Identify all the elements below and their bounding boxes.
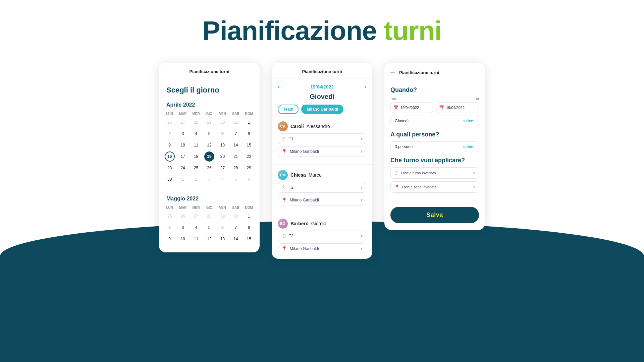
cal-day-selected[interactable]: 19 [204,152,214,162]
sede-select[interactable]: 📍 Lascia sede invariata ▾ [390,181,479,193]
location-icon-2: 📍 [281,197,287,203]
prev-arrow-icon[interactable]: ‹ [278,83,280,90]
cal-day[interactable]: 4 [191,129,201,139]
cal-day[interactable]: 10 [178,140,188,150]
cal-day[interactable]: 23 [165,163,175,173]
filter-location[interactable]: Milano Garibaldi [301,105,343,114]
cal-day[interactable]: 26 [165,117,175,127]
persone-title: A quali persone? [390,131,479,138]
cal-day[interactable]: 1 [178,174,188,184]
avatar-3: BG [278,219,288,229]
dal-value: 19/04/2022 [400,106,419,110]
cal-day[interactable]: 8 [244,223,254,233]
cal-day[interactable]: 11 [191,140,201,150]
card1-header: Pianificazione turni [159,63,260,79]
shift-select-2[interactable]: ⏱ T2 ▾ [278,182,366,193]
cal-day[interactable]: 26 [204,163,214,173]
cal-day[interactable]: 12 [204,140,214,150]
cal-day[interactable]: 2 [165,223,175,233]
cal-day[interactable]: 13 [217,234,227,244]
cal-day[interactable]: 3 [204,174,214,184]
cal-day[interactable]: 5 [204,129,214,139]
cal-day[interactable]: 11 [191,234,201,244]
shift-select-1[interactable]: ⏱ T1 ▾ [278,133,366,144]
cal-day[interactable]: 5 [204,223,214,233]
cal-day[interactable]: 18 [191,152,201,162]
cal-day[interactable]: 6 [217,129,227,139]
location-select-3[interactable]: 📍 Milano Garibaldi ▾ [278,243,366,254]
cal-day[interactable]: 8 [244,129,254,139]
cal-day[interactable]: 7 [231,129,241,139]
save-button[interactable]: Salva [390,207,479,223]
cal-day[interactable]: 27 [191,211,201,221]
cal-day[interactable]: 1 [244,117,254,127]
cal-day[interactable]: 9 [165,140,175,150]
cal-day[interactable]: 29 [217,211,227,221]
cal-day[interactable]: 1 [244,211,254,221]
chevron-down-icon-loc-2: ▾ [361,198,363,202]
date-inputs: 📅 19/04/2022 📅 19/04/2022 [390,102,479,113]
persone-select-link[interactable]: select [463,144,475,149]
location-select-2[interactable]: 📍 Milano Garibaldi ▾ [278,195,366,205]
chevron-down-icon-loc-3: ▾ [361,246,363,251]
cal-day[interactable]: 20 [217,152,227,162]
clock-icon-3: ⏱ [281,233,286,239]
cal-day[interactable]: 2 [165,129,175,139]
cal-day[interactable]: 21 [231,152,241,162]
cal-day[interactable]: 30 [165,174,175,184]
cal-day[interactable]: 2 [191,174,201,184]
form-body: Quando? Dal Al 📅 19/04/2022 📅 19/04/2022 [384,81,485,201]
cal-day[interactable]: 30 [217,117,227,127]
dal-input[interactable]: 📅 19/04/2022 [390,102,433,113]
cal-day[interactable]: 25 [191,163,201,173]
cal-weekdays: LUN MAR MER GIO VEN SAB DOM [163,110,256,117]
cal-day[interactable]: 10 [178,234,188,244]
back-arrow-icon[interactable]: ← [390,69,396,76]
clock-icon-2: ⏱ [281,185,286,190]
cal-day[interactable]: 22 [244,152,254,162]
cal-day[interactable]: 4 [191,223,201,233]
turno-title: Che turno vuoi applicare? [390,157,479,164]
cal-day[interactable]: 12 [204,234,214,244]
cal-day[interactable]: 26 [178,211,188,221]
cal-day[interactable]: 14 [231,140,241,150]
cal-day[interactable]: 29 [244,163,254,173]
cal-day[interactable]: 6 [244,174,254,184]
cal-day[interactable]: 27 [217,163,227,173]
cal-day[interactable]: 7 [231,223,241,233]
day-select-row[interactable]: Giovedì select [390,116,479,126]
shift-select-3[interactable]: ⏱ T3 ▾ [278,231,366,241]
cal-day[interactable]: 14 [231,234,241,244]
location-select-1[interactable]: 📍 Milano Garibaldi ▾ [278,146,366,157]
cal-day[interactable]: 4 [217,174,227,184]
cal-day[interactable]: 9 [165,234,175,244]
cal-day-today[interactable]: 16 [165,152,175,162]
cal-day[interactable]: 6 [217,223,227,233]
filter-team[interactable]: Team [278,105,299,114]
cal-day[interactable]: 3 [178,223,188,233]
al-input[interactable]: 📅 19/04/2022 [436,102,479,113]
persone-row[interactable]: 3 persone select [390,141,479,152]
sede-value: Lascia sede invariata [402,185,471,189]
cal-day[interactable]: 28 [204,211,214,221]
cal-day[interactable]: 24 [178,163,188,173]
cal-day[interactable]: 3 [178,129,188,139]
cal-day[interactable]: 5 [231,174,241,184]
cal-grid-april: LUN MAR MER GIO VEN SAB DOM 26 27 28 29 … [159,110,260,185]
cal-day[interactable]: 28 [231,163,241,173]
day-select-link[interactable]: select [463,119,475,123]
cal-day[interactable]: 25 [165,211,175,221]
cal-day[interactable]: 15 [244,140,254,150]
cal-day[interactable]: 30 [231,211,241,221]
cal-day[interactable]: 27 [178,117,188,127]
cal-day[interactable]: 31 [231,117,241,127]
next-arrow-icon[interactable]: › [364,83,366,90]
cal-day[interactable]: 13 [217,140,227,150]
turno-select[interactable]: ⏱ Lascia turno invariato ▾ [390,167,479,179]
cal-day[interactable]: 15 [244,234,254,244]
cal-day[interactable]: 29 [204,117,214,127]
cal-day[interactable]: 28 [191,117,201,127]
wd2-sab: SAB [229,206,242,209]
cal-day[interactable]: 17 [178,152,188,162]
al-value: 19/04/2022 [446,106,465,110]
